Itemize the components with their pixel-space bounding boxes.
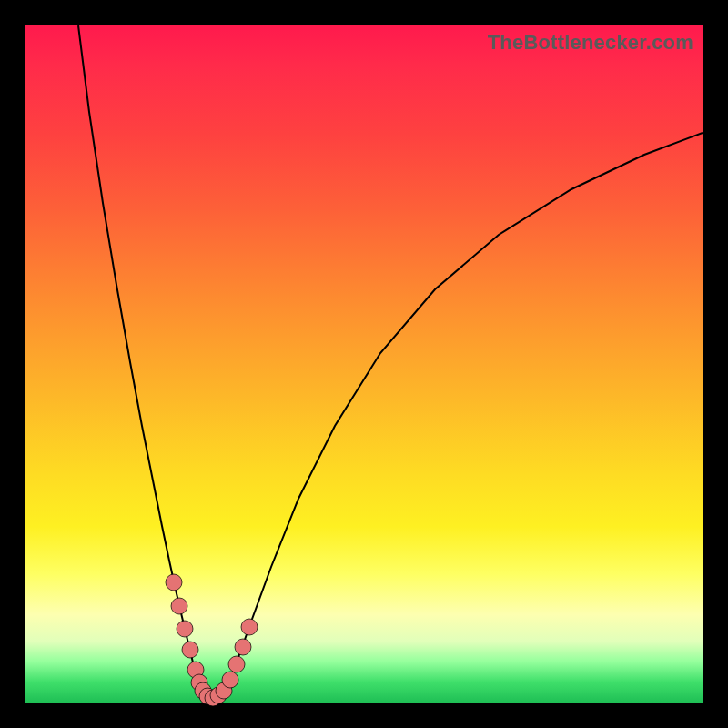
dot bbox=[182, 642, 198, 658]
dot bbox=[235, 639, 251, 655]
highlight-dots bbox=[166, 574, 258, 706]
outer-frame: TheBottlenecker.com bbox=[0, 0, 728, 728]
dot bbox=[222, 672, 238, 688]
dot bbox=[228, 656, 245, 672]
curve-layer bbox=[25, 25, 703, 703]
plot-area: TheBottlenecker.com bbox=[25, 25, 703, 703]
dot bbox=[241, 619, 258, 635]
bottleneck-curve bbox=[78, 25, 703, 697]
dot bbox=[166, 574, 182, 591]
dot bbox=[171, 598, 187, 614]
dot bbox=[177, 621, 193, 637]
